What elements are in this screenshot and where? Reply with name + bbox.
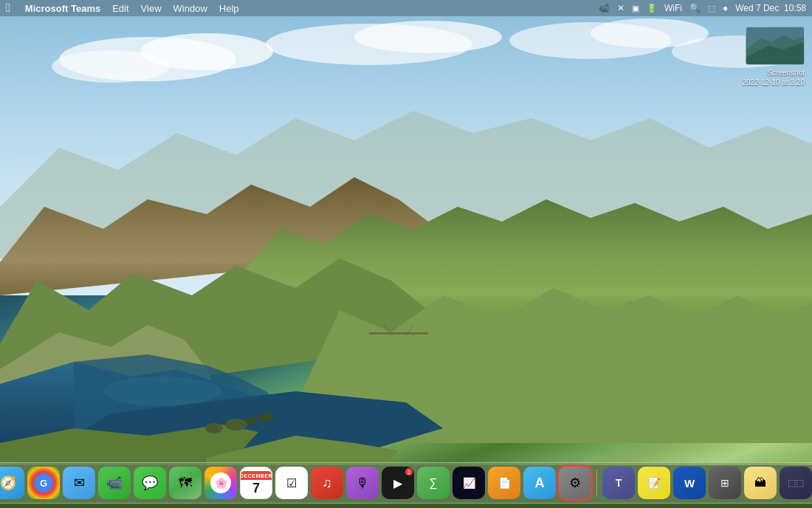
svg-point-9 bbox=[103, 377, 221, 406]
dock-numbers[interactable]: ∑ bbox=[417, 467, 450, 499]
screenshot-icon[interactable]: ⬚ bbox=[708, 4, 715, 13]
svg-point-12 bbox=[205, 423, 223, 433]
camera-icon[interactable]: 📹 bbox=[599, 3, 610, 13]
display-icon[interactable]: ▣ bbox=[632, 4, 639, 13]
dock-stocks[interactable]: 📈 bbox=[453, 467, 485, 499]
dock-stickies[interactable]: 📝 bbox=[638, 467, 670, 499]
dock-messages[interactable]: 💬 bbox=[134, 467, 166, 499]
menubar:  Microsoft Teams Edit View Window Help … bbox=[0, 0, 812, 16]
notch-icon[interactable]: ● bbox=[723, 3, 728, 13]
dock-maps[interactable]: 🗺 bbox=[169, 467, 202, 499]
dock-music[interactable]: ♫ bbox=[311, 467, 343, 499]
dock-appstore[interactable]: A bbox=[523, 467, 556, 499]
dock-reminders[interactable]: ☑ bbox=[275, 467, 308, 499]
dock-facetime[interactable]: 📹 bbox=[98, 467, 131, 499]
dock-pages[interactable]: 📄 bbox=[488, 467, 520, 499]
app-name[interactable]: Microsoft Teams bbox=[25, 3, 100, 14]
svg-point-5 bbox=[354, 21, 502, 53]
wifi-icon[interactable]: WiFi bbox=[664, 3, 682, 13]
date-time[interactable]: Wed 7 Dec 10:58 bbox=[735, 3, 806, 13]
battery-icon[interactable]: 🔋 bbox=[647, 4, 657, 13]
apple-menu[interactable]:  bbox=[6, 1, 10, 15]
dock-teams[interactable]: T bbox=[602, 467, 635, 499]
menu-edit[interactable]: Edit bbox=[112, 3, 128, 14]
dock-separator bbox=[596, 470, 597, 496]
screenshot-filename: Screenshot 2022-12-10 at 3.20 bbox=[742, 68, 805, 87]
dock-preview[interactable]: 🏔 bbox=[744, 467, 777, 499]
dock-launchpad2[interactable]: ⊞ bbox=[709, 467, 741, 499]
svg-rect-14 bbox=[369, 332, 428, 334]
dock-photos[interactable]: 🌸 bbox=[204, 467, 237, 499]
svg-point-11 bbox=[258, 413, 273, 422]
menubar-left:  Microsoft Teams Edit View Window Help bbox=[6, 1, 239, 15]
dock-system-preferences[interactable]: ⚙ System Preferences bbox=[559, 467, 591, 499]
search-icon[interactable]: 🔍 bbox=[689, 3, 701, 13]
screenshot-thumbnail[interactable] bbox=[746, 27, 805, 65]
menu-help[interactable]: Help bbox=[219, 3, 239, 14]
dock-chrome[interactable]: G bbox=[27, 467, 60, 499]
dock-appletv[interactable]: ▶ 1 bbox=[382, 467, 414, 499]
dock-calendar[interactable]: DECEMBER 7 bbox=[240, 467, 272, 499]
menu-window[interactable]: Window bbox=[173, 3, 207, 14]
dock-mail[interactable]: ✉ bbox=[63, 467, 95, 499]
svg-point-13 bbox=[245, 417, 257, 425]
dock-podcasts[interactable]: 🎙 bbox=[346, 467, 379, 499]
svg-point-3 bbox=[52, 50, 170, 83]
menubar-right: 📹 ✕ ▣ 🔋 WiFi 🔍 ⬚ ● Wed 7 Dec 10:58 bbox=[599, 3, 806, 13]
desktop: Screenshot 2022-12-10 at 3.20  Microsof… bbox=[0, 0, 812, 508]
dock-screen[interactable]: ⬚⬚ bbox=[780, 467, 812, 499]
bluetooth-icon[interactable]: ✕ bbox=[617, 3, 625, 13]
menu-view[interactable]: View bbox=[141, 3, 162, 14]
dock-safari[interactable]: 🧭 bbox=[0, 467, 24, 499]
svg-point-10 bbox=[225, 419, 247, 430]
dock: 🖥 ⊞ 🧭 G ✉ 📹 💬 🗺 🌸 bbox=[0, 462, 812, 504]
dock-word[interactable]: W bbox=[673, 467, 706, 499]
